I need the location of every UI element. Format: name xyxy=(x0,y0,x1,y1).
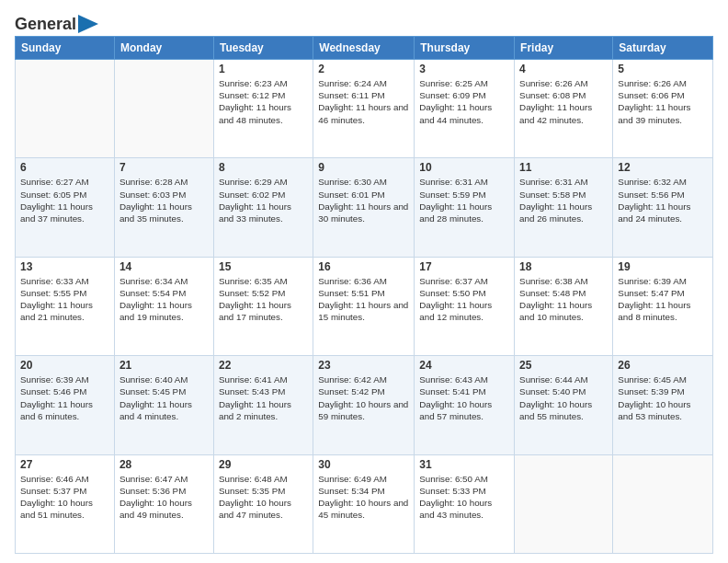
day-info: Sunrise: 6:34 AM Sunset: 5:54 PM Dayligh… xyxy=(119,275,209,324)
day-info: Sunrise: 6:35 AM Sunset: 5:52 PM Dayligh… xyxy=(219,275,308,324)
calendar-header-row: SundayMondayTuesdayWednesdayThursdayFrid… xyxy=(16,37,713,60)
day-number: 8 xyxy=(219,161,308,174)
calendar-cell xyxy=(114,60,213,158)
calendar-cell: 30Sunrise: 6:49 AM Sunset: 5:34 PM Dayli… xyxy=(313,454,415,553)
logo-arrow-icon xyxy=(78,15,98,33)
day-header-friday: Friday xyxy=(515,37,613,60)
calendar-cell: 13Sunrise: 6:33 AM Sunset: 5:55 PM Dayli… xyxy=(16,257,115,355)
calendar-cell: 21Sunrise: 6:40 AM Sunset: 5:45 PM Dayli… xyxy=(114,356,213,454)
day-number: 9 xyxy=(318,161,409,174)
calendar-cell: 15Sunrise: 6:35 AM Sunset: 5:52 PM Dayli… xyxy=(213,257,313,355)
day-info: Sunrise: 6:43 AM Sunset: 5:41 PM Dayligh… xyxy=(419,373,509,422)
day-number: 7 xyxy=(119,161,209,174)
day-number: 30 xyxy=(318,458,409,471)
calendar-cell: 3Sunrise: 6:25 AM Sunset: 6:09 PM Daylig… xyxy=(415,60,515,158)
day-header-thursday: Thursday xyxy=(415,37,515,60)
calendar-cell: 4Sunrise: 6:26 AM Sunset: 6:08 PM Daylig… xyxy=(515,60,613,158)
calendar-week-3: 13Sunrise: 6:33 AM Sunset: 5:55 PM Dayli… xyxy=(16,257,713,355)
day-info: Sunrise: 6:26 AM Sunset: 6:08 PM Dayligh… xyxy=(519,77,608,126)
day-info: Sunrise: 6:28 AM Sunset: 6:03 PM Dayligh… xyxy=(119,176,209,224)
day-header-monday: Monday xyxy=(114,37,213,60)
day-number: 29 xyxy=(219,458,308,471)
day-number: 31 xyxy=(419,458,509,471)
calendar-cell: 17Sunrise: 6:37 AM Sunset: 5:50 PM Dayli… xyxy=(415,257,515,355)
day-number: 12 xyxy=(618,161,708,174)
calendar-cell: 11Sunrise: 6:31 AM Sunset: 5:58 PM Dayli… xyxy=(515,158,613,257)
day-number: 4 xyxy=(519,63,608,75)
day-info: Sunrise: 6:39 AM Sunset: 5:47 PM Dayligh… xyxy=(618,275,708,324)
day-info: Sunrise: 6:23 AM Sunset: 6:12 PM Dayligh… xyxy=(219,77,308,126)
day-info: Sunrise: 6:31 AM Sunset: 5:58 PM Dayligh… xyxy=(519,176,608,224)
day-info: Sunrise: 6:47 AM Sunset: 5:36 PM Dayligh… xyxy=(119,473,209,522)
day-number: 17 xyxy=(419,260,509,273)
day-info: Sunrise: 6:44 AM Sunset: 5:40 PM Dayligh… xyxy=(519,373,608,422)
calendar-table: SundayMondayTuesdayWednesdayThursdayFrid… xyxy=(15,36,713,554)
day-info: Sunrise: 6:45 AM Sunset: 5:39 PM Dayligh… xyxy=(618,373,708,422)
day-info: Sunrise: 6:25 AM Sunset: 6:09 PM Dayligh… xyxy=(419,77,509,126)
calendar-week-1: 1Sunrise: 6:23 AM Sunset: 6:12 PM Daylig… xyxy=(16,60,713,158)
day-number: 13 xyxy=(20,260,109,273)
calendar-cell: 1Sunrise: 6:23 AM Sunset: 6:12 PM Daylig… xyxy=(213,60,313,158)
calendar-cell: 10Sunrise: 6:31 AM Sunset: 5:59 PM Dayli… xyxy=(415,158,515,257)
day-number: 6 xyxy=(20,161,109,174)
day-info: Sunrise: 6:30 AM Sunset: 6:01 PM Dayligh… xyxy=(318,176,409,224)
day-info: Sunrise: 6:26 AM Sunset: 6:06 PM Dayligh… xyxy=(618,77,708,126)
day-info: Sunrise: 6:48 AM Sunset: 5:35 PM Dayligh… xyxy=(219,473,308,522)
day-header-tuesday: Tuesday xyxy=(213,37,313,60)
calendar-week-2: 6Sunrise: 6:27 AM Sunset: 6:05 PM Daylig… xyxy=(16,158,713,257)
day-number: 25 xyxy=(519,359,608,372)
day-info: Sunrise: 6:41 AM Sunset: 5:43 PM Dayligh… xyxy=(219,373,308,422)
calendar-cell: 2Sunrise: 6:24 AM Sunset: 6:11 PM Daylig… xyxy=(313,60,415,158)
day-info: Sunrise: 6:37 AM Sunset: 5:50 PM Dayligh… xyxy=(419,275,509,324)
day-info: Sunrise: 6:40 AM Sunset: 5:45 PM Dayligh… xyxy=(119,373,209,422)
calendar-week-5: 27Sunrise: 6:46 AM Sunset: 5:37 PM Dayli… xyxy=(16,454,713,553)
day-header-saturday: Saturday xyxy=(613,37,713,60)
day-number: 23 xyxy=(318,359,409,372)
day-number: 19 xyxy=(618,260,708,273)
calendar-cell: 28Sunrise: 6:47 AM Sunset: 5:36 PM Dayli… xyxy=(114,454,213,553)
day-number: 21 xyxy=(119,359,209,372)
day-number: 20 xyxy=(20,359,109,372)
calendar-cell: 6Sunrise: 6:27 AM Sunset: 6:05 PM Daylig… xyxy=(16,158,115,257)
calendar-cell: 29Sunrise: 6:48 AM Sunset: 5:35 PM Dayli… xyxy=(213,454,313,553)
page: General SundayMondayTuesdayWednesdayThur… xyxy=(0,0,728,563)
calendar-week-4: 20Sunrise: 6:39 AM Sunset: 5:46 PM Dayli… xyxy=(16,356,713,454)
day-info: Sunrise: 6:24 AM Sunset: 6:11 PM Dayligh… xyxy=(318,77,409,126)
day-number: 10 xyxy=(419,161,509,174)
day-header-wednesday: Wednesday xyxy=(313,37,415,60)
calendar-cell: 20Sunrise: 6:39 AM Sunset: 5:46 PM Dayli… xyxy=(16,356,115,454)
day-number: 22 xyxy=(219,359,308,372)
day-header-sunday: Sunday xyxy=(16,37,115,60)
calendar-cell: 19Sunrise: 6:39 AM Sunset: 5:47 PM Dayli… xyxy=(613,257,713,355)
day-info: Sunrise: 6:36 AM Sunset: 5:51 PM Dayligh… xyxy=(318,275,409,324)
day-info: Sunrise: 6:32 AM Sunset: 5:56 PM Dayligh… xyxy=(618,176,708,224)
day-number: 15 xyxy=(219,260,308,273)
calendar-cell xyxy=(16,60,115,158)
calendar-cell: 24Sunrise: 6:43 AM Sunset: 5:41 PM Dayli… xyxy=(415,356,515,454)
day-info: Sunrise: 6:27 AM Sunset: 6:05 PM Dayligh… xyxy=(20,176,109,224)
day-info: Sunrise: 6:49 AM Sunset: 5:34 PM Dayligh… xyxy=(318,473,409,522)
day-number: 18 xyxy=(519,260,608,273)
day-number: 1 xyxy=(219,63,308,75)
calendar-cell: 5Sunrise: 6:26 AM Sunset: 6:06 PM Daylig… xyxy=(613,60,713,158)
day-number: 2 xyxy=(318,63,409,75)
header: General xyxy=(15,11,713,32)
calendar-cell: 18Sunrise: 6:38 AM Sunset: 5:48 PM Dayli… xyxy=(515,257,613,355)
day-number: 11 xyxy=(519,161,608,174)
calendar-cell: 31Sunrise: 6:50 AM Sunset: 5:33 PM Dayli… xyxy=(415,454,515,553)
calendar-cell: 23Sunrise: 6:42 AM Sunset: 5:42 PM Dayli… xyxy=(313,356,415,454)
day-info: Sunrise: 6:29 AM Sunset: 6:02 PM Dayligh… xyxy=(219,176,308,224)
calendar-cell: 22Sunrise: 6:41 AM Sunset: 5:43 PM Dayli… xyxy=(213,356,313,454)
calendar-cell xyxy=(613,454,713,553)
day-number: 28 xyxy=(119,458,209,471)
calendar-cell: 9Sunrise: 6:30 AM Sunset: 6:01 PM Daylig… xyxy=(313,158,415,257)
calendar-cell: 25Sunrise: 6:44 AM Sunset: 5:40 PM Dayli… xyxy=(515,356,613,454)
day-number: 24 xyxy=(419,359,509,372)
day-info: Sunrise: 6:33 AM Sunset: 5:55 PM Dayligh… xyxy=(20,275,109,324)
day-number: 26 xyxy=(618,359,708,372)
day-number: 27 xyxy=(20,458,109,471)
svg-marker-0 xyxy=(78,15,98,33)
day-number: 5 xyxy=(618,63,708,75)
day-info: Sunrise: 6:50 AM Sunset: 5:33 PM Dayligh… xyxy=(419,473,509,522)
day-info: Sunrise: 6:38 AM Sunset: 5:48 PM Dayligh… xyxy=(519,275,608,324)
